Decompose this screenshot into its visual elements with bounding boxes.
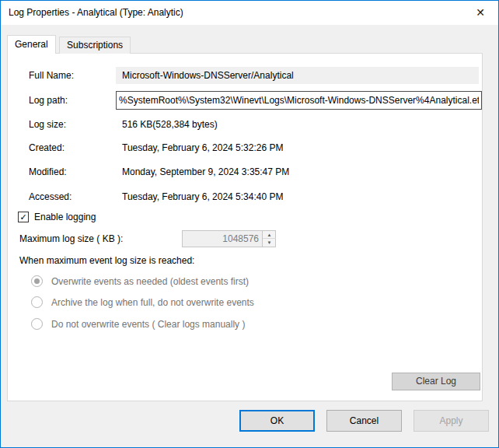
full-name-value: Microsoft-Windows-DNSServer/Analytical [116, 67, 479, 84]
modified-value: Monday, September 9, 2024 3:35:47 PM [122, 166, 289, 177]
modified-label: Modified: [29, 166, 67, 177]
accessed-label: Accessed: [29, 191, 72, 202]
apply-button[interactable]: Apply [414, 410, 489, 432]
log-size-value: 516 KB(528,384 bytes) [122, 119, 218, 130]
log-properties-dialog: Log Properties - Analytical (Type: Analy… [0, 0, 499, 448]
close-icon[interactable]: ✕ [467, 3, 494, 23]
max-log-size-spinner: ▲ ▼ [182, 230, 276, 247]
spin-buttons: ▲ ▼ [262, 231, 275, 247]
created-value: Tuesday, February 6, 2024 5:32:26 PM [122, 142, 283, 153]
log-size-label: Log size: [29, 119, 66, 130]
created-label: Created: [29, 142, 65, 153]
clear-log-button[interactable]: Clear Log [392, 373, 480, 390]
radio-archive-log[interactable] [31, 296, 43, 308]
radio-dot [34, 278, 40, 284]
full-name-label: Full Name: [29, 70, 74, 81]
spin-up-icon[interactable]: ▲ [263, 231, 276, 239]
window-title: Log Properties - Analytical (Type: Analy… [9, 1, 183, 25]
titlebar: Log Properties - Analytical (Type: Analy… [1, 1, 498, 25]
enable-logging-label[interactable]: Enable logging [34, 212, 96, 222]
log-path-input[interactable] [116, 91, 482, 110]
general-tab-page: Full Name: Microsoft-Windows-DNSServer/A… [7, 53, 483, 401]
accessed-value: Tuesday, February 6, 2024 5:34:40 PM [122, 191, 283, 202]
when-max-label: When maximum event log size is reached: [19, 255, 194, 266]
tab-strip: General Subscriptions [7, 35, 131, 54]
ok-button[interactable]: OK [239, 410, 315, 432]
tab-subscriptions[interactable]: Subscriptions [59, 37, 131, 54]
radio-overwrite-events[interactable] [31, 275, 43, 287]
cancel-button[interactable]: Cancel [326, 410, 402, 432]
spin-down-icon[interactable]: ▼ [263, 239, 276, 247]
radio-overwrite-label[interactable]: Overwrite events as needed (oldest event… [51, 276, 249, 287]
check-icon: ✓ [19, 212, 26, 222]
log-path-label: Log path: [29, 95, 68, 106]
radio-manual-label[interactable]: Do not overwrite events ( Clear logs man… [51, 319, 245, 330]
max-log-size-label: Maximum log size ( KB ): [19, 233, 123, 244]
tab-general[interactable]: General [7, 35, 56, 54]
radio-do-not-overwrite[interactable] [31, 318, 43, 330]
max-log-size-input[interactable] [183, 231, 262, 247]
radio-archive-label[interactable]: Archive the log when full, do not overwr… [51, 297, 254, 308]
enable-logging-checkbox[interactable]: ✓ [18, 212, 29, 222]
